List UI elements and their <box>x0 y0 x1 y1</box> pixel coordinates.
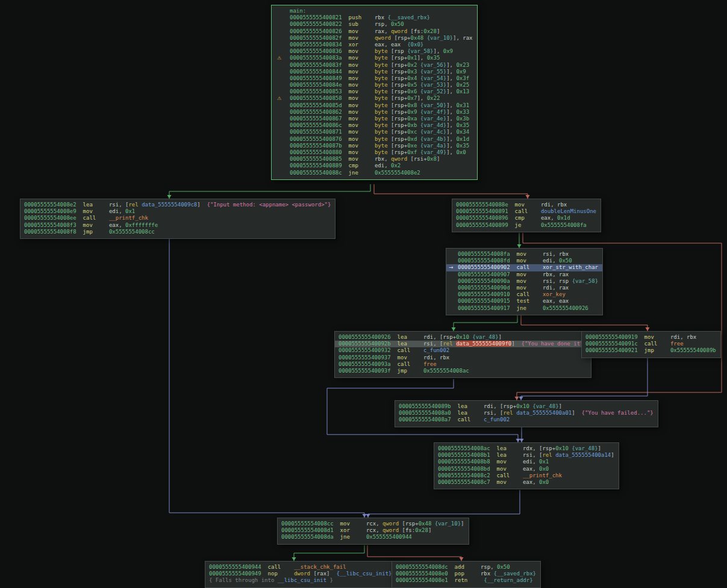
asm-line[interactable]: 000055555540088c jne 0x5555554008e2 <box>272 170 477 176</box>
asm-line[interactable]: 0000555555400917 jne 0x555555400926 <box>446 305 602 312</box>
asm-line[interactable]: 0000555555400910 call xor_key <box>446 291 602 298</box>
basic-block-b089b[interactable]: 000055555540089b lea rdi, [rsp+0x10 {var… <box>395 400 658 427</box>
token-pln <box>342 35 349 41</box>
basic-block-b0926[interactable]: 0000555555400926 lea rdi, [rsp+0x10 {var… <box>334 331 591 378</box>
asm-line[interactable]: 0000555555400891 call doubleLenMinusOne <box>452 208 601 215</box>
asm-line[interactable]: 00005555554008f8 jmp 0x5555554008cc <box>20 229 335 235</box>
asm-line[interactable]: 00005555554008fd mov edi, 0x50 <box>446 258 602 264</box>
asm-line[interactable]: →0000555555400902 call xor_str_with_char <box>446 264 602 271</box>
asm-line[interactable]: 000055555540085d mov byte [rsp+0x8 {var_… <box>272 102 477 109</box>
asm-line[interactable]: 00005555554008ee call __printf_chk <box>20 215 335 221</box>
token-ann: {var_4c} <box>420 129 446 135</box>
token-mn: push <box>349 14 375 20</box>
warning-icon: ⚠ <box>277 55 281 61</box>
asm-line[interactable]: ⚠0000555555400858 mov byte [rsp+0x7], 0x… <box>272 95 477 102</box>
asm-line[interactable]: 0000555555400926 lea rdi, [rsp+0x10 {var… <box>335 334 591 341</box>
asm-line[interactable]: 000055555540088e mov rdi, rbx <box>452 202 601 208</box>
asm-line[interactable]: 000055555540091c call free <box>582 341 720 347</box>
asm-line[interactable]: 00005555554008da jne 0x555555400944 <box>278 534 469 540</box>
basic-block-b08cc[interactable]: 00005555554008cc mov rcx, qword [rsp+0x4… <box>277 518 469 545</box>
asm-line[interactable]: 00005555554008bd mov eax, 0x0 <box>434 466 619 472</box>
asm-line[interactable]: 0000555555400889 cmp edi, 0x2 <box>272 162 477 169</box>
token-reg: rax <box>559 285 569 291</box>
basic-block-b08e2[interactable]: 00005555554008e2 lea rsi, [rel data_5555… <box>20 199 335 239</box>
asm-line[interactable]: 00005555554008a0 lea rsi, [rel data_5555… <box>395 410 658 416</box>
asm-line[interactable]: 0000555555400844 mov byte [rsp+0x3 {var_… <box>272 69 477 75</box>
asm-line[interactable]: 0000555555400921 jmp 0x55555540089b <box>582 347 720 354</box>
asm-line[interactable]: 000055555540093f jmp 0x5555554008ac <box>335 368 591 374</box>
asm-line[interactable]: 000055555540083f mov byte [rsp+0x2 {var_… <box>272 62 477 69</box>
basic-block-b0919[interactable]: 0000555555400919 mov rdi, rbx00005555554… <box>581 331 721 358</box>
asm-line[interactable]: 0000555555400907 mov rbx, rax <box>446 271 602 278</box>
asm-line[interactable]: 000055555540086c mov byte [rsp+0xb {var_… <box>272 122 477 129</box>
token-pln: [ <box>388 88 395 94</box>
basic-block-b08dc[interactable]: 00005555554008dc add rsp, 0x500000555555… <box>392 561 541 588</box>
asm-line[interactable]: 00005555554008e2 lea rsi, [rel data_5555… <box>20 202 335 208</box>
asm-line[interactable]: 0000555555400944 call __stack_chk_fail <box>205 564 396 571</box>
token-reg: rsi <box>523 452 532 458</box>
asm-line[interactable]: 0000555555400867 mov byte [rsp+0xa {var_… <box>272 116 477 122</box>
asm-line[interactable]: 000055555540093a call free <box>335 361 591 368</box>
asm-line[interactable]: 0000555555400822 sub rsp, 0x50 <box>272 21 477 28</box>
asm-line[interactable]: 00005555554008e9 mov edi, 0x1 <box>20 208 335 215</box>
asm-line[interactable]: 0000555555400932 call c_fun002 <box>335 347 591 354</box>
basic-block-b08fa[interactable]: 00005555554008fa mov rsi, rbx00005555554… <box>446 248 603 315</box>
asm-line[interactable]: 0000555555400899 je 0x5555554008fa <box>452 222 601 229</box>
token-pln <box>451 416 458 422</box>
asm-line[interactable]: 0000555555400836 mov byte [rsp {var_58}]… <box>272 48 477 55</box>
token-pln <box>342 88 349 94</box>
basic-block-b088e[interactable]: 000055555540088e mov rdi, rbx00005555554… <box>452 199 601 232</box>
asm-line[interactable]: 000055555540092b lea rsi, [rel data_5555… <box>335 341 591 347</box>
token-ann: {__saved_rbx} <box>494 571 536 577</box>
asm-line[interactable]: 00005555554008c2 call __printf_chk <box>434 472 619 479</box>
asm-line[interactable]: 0000555555400880 mov byte [rsp+0xf {var_… <box>272 149 477 156</box>
asm-line[interactable]: { Falls through into __libc_csu_init } <box>205 577 396 584</box>
token-addr: 000055555540090a <box>458 278 510 284</box>
basic-block-b0944[interactable]: 0000555555400944 call __stack_chk_fail00… <box>205 561 397 588</box>
asm-line[interactable]: 0000555555400826 mov rax, qword [fs:0x28… <box>272 28 477 35</box>
graph-canvas[interactable]: main:0000555555400821 push rbx {__saved_… <box>0 0 727 588</box>
asm-line[interactable]: 0000555555400862 mov byte [rsp+0x9 {var_… <box>272 109 477 116</box>
token-mn: call <box>517 264 543 270</box>
asm-line[interactable]: ⚠000055555540083a mov byte [rsp+0x1], 0x… <box>272 55 477 61</box>
asm-line[interactable]: 00005555554008e0 pop rbx {__saved_rbx} <box>392 571 540 577</box>
asm-line[interactable]: 00005555554008e1 retn {__return_addr} <box>392 577 540 584</box>
asm-line[interactable]: 000055555540087b mov byte [rsp+0xe {var_… <box>272 143 477 149</box>
asm-line[interactable]: 000055555540090d mov rdi, rax <box>446 285 602 291</box>
asm-line[interactable]: 0000555555400834 xor eax, eax {0x0} <box>272 42 477 48</box>
asm-line[interactable]: 000055555540084e mov byte [rsp+0x5 {var_… <box>272 82 477 88</box>
asm-line[interactable]: 000055555540090a mov rsi, rsp {var_58} <box>446 278 602 285</box>
asm-line[interactable]: 00005555554008f3 mov eax, 0xfffffffe <box>20 222 335 229</box>
asm-line[interactable]: 00005555554008b1 lea rsi, [rel data_5555… <box>434 452 619 459</box>
asm-line[interactable]: 0000555555400871 mov byte [rsp+0xc {var_… <box>272 129 477 135</box>
asm-line[interactable]: 0000555555400853 mov byte [rsp+0x6 {var_… <box>272 88 477 95</box>
asm-line[interactable]: 000055555540089b lea rdi, [rsp+0x10 {var… <box>395 403 658 410</box>
token-addr: 00005555554008f8 <box>24 229 76 235</box>
asm-line[interactable]: 0000555555400876 mov byte [rsp+0xd {var_… <box>272 136 477 143</box>
asm-line[interactable]: 0000555555400915 test eax, eax <box>446 298 602 305</box>
asm-line[interactable]: 0000555555400849 mov byte [rsp+0x4 {var_… <box>272 75 477 82</box>
token-pln <box>342 116 349 122</box>
asm-line[interactable]: 00005555554008fa mov rsi, rbx <box>446 251 602 258</box>
asm-line[interactable]: 0000555555400949 nop dword [rax] {__libc… <box>205 571 396 577</box>
asm-line[interactable]: 00005555554008b8 mov edi, 0x1 <box>434 459 619 465</box>
token-mn: lea <box>497 445 523 451</box>
asm-line[interactable]: 00005555554008d1 xor rcx, qword [fs:0x28… <box>278 527 469 534</box>
asm-line[interactable]: main: <box>272 8 477 14</box>
asm-line[interactable]: 0000555555400896 cmp eax, 0x1d <box>452 215 601 221</box>
basic-block-b08ac[interactable]: 00005555554008ac lea rdx, [rsp+0x10 {var… <box>434 442 619 489</box>
token-reg: rsp <box>394 48 404 54</box>
asm-line[interactable]: 000055555540082f mov qword [rsp+0x48 {va… <box>272 35 477 42</box>
token-addr: 00005555554008b1 <box>438 452 490 458</box>
asm-line[interactable]: 0000555555400885 mov rbx, qword [rsi+0x8… <box>272 156 477 162</box>
asm-line[interactable]: 0000555555400821 push rbx {__saved_rbx} <box>272 14 477 21</box>
asm-line[interactable]: 00005555554008a7 call c_fun002 <box>395 416 658 423</box>
asm-line[interactable]: 00005555554008ac lea rdx, [rsp+0x10 {var… <box>434 445 619 452</box>
asm-line[interactable]: 00005555554008cc mov rcx, qword [rsp+0x4… <box>278 521 469 527</box>
asm-line[interactable]: 00005555554008c7 mov eax, 0x0 <box>434 479 619 486</box>
token-addr: 0000555555400889 <box>290 162 342 169</box>
asm-line[interactable]: 00005555554008dc add rsp, 0x50 <box>392 564 540 571</box>
asm-line[interactable]: 0000555555400919 mov rdi, rbx <box>582 334 720 341</box>
asm-line[interactable]: 0000555555400937 mov rdi, rbx <box>335 354 591 361</box>
basic-block-main[interactable]: main:0000555555400821 push rbx {__saved_… <box>271 5 478 180</box>
